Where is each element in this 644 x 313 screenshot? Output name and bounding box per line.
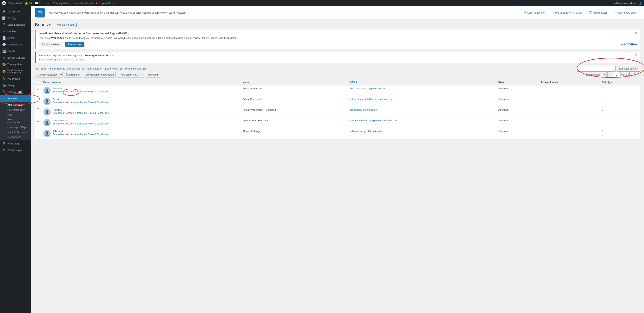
delete-link-ahmad[interactable]: Löschen bbox=[65, 122, 74, 125]
sidebar-item-beitraege[interactable]: 📝 Beiträge bbox=[0, 15, 31, 21]
sidebar-item-design[interactable]: 🎭 Design bbox=[0, 82, 31, 88]
view-link-achim1[interactable]: Anschauen bbox=[75, 112, 86, 114]
search-input[interactable] bbox=[577, 66, 616, 72]
page-first-button[interactable]: « bbox=[602, 72, 607, 77]
select-all-checkbox[interactable] bbox=[37, 80, 40, 83]
new-content[interactable]: + Neu bbox=[44, 2, 50, 5]
review-now-button[interactable]: Review now bbox=[65, 42, 84, 47]
roles-link-abouzar[interactable]: Roles & Capabilities bbox=[88, 90, 108, 93]
page-number-input[interactable] bbox=[613, 72, 621, 77]
edit-link-albrecht[interactable]: Bearbeiten bbox=[52, 133, 64, 136]
sidebar-item-seiten[interactable]: 📄 Seiten bbox=[0, 34, 31, 41]
sidebar-item-werkzeuge[interactable]: 🛠 Werkzeuge bbox=[0, 140, 31, 147]
search-button[interactable]: Benutzer suchen bbox=[617, 66, 640, 72]
filter-administrator[interactable]: Administrator (2) bbox=[48, 67, 66, 70]
roles-link-ahmad[interactable]: Roles & Capabilities bbox=[88, 122, 108, 125]
filter-nicht-exportiert[interactable]: Nicht exportiert (258) bbox=[124, 67, 147, 70]
roles-link-albrecht[interactable]: Roles & Capabilities bbox=[88, 133, 108, 136]
email-sort-link[interactable]: E-Mail bbox=[350, 81, 357, 84]
submenu-roles-capabilities[interactable]: Roles & Capabilities bbox=[0, 117, 31, 125]
email-link-ahmad[interactable]: ahmadshah.hessami@rewe-kaufleute.com bbox=[350, 119, 398, 122]
delete-link-achim[interactable]: Löschen bbox=[65, 101, 74, 104]
updraftplus[interactable]: UpdraftPlus bbox=[100, 2, 114, 5]
email-link-albrecht[interactable]: nahkauf-stenger@t-online.de bbox=[350, 130, 382, 132]
sidebar-item-wb-plugins[interactable]: 🔧 WB Plugins bbox=[0, 75, 31, 82]
username-header[interactable]: Benutzername bbox=[41, 79, 241, 86]
role-change-select[interactable]: Rolle ändern in ... Abonnent Redakteur A… bbox=[117, 72, 144, 78]
row-checkbox[interactable] bbox=[37, 87, 40, 90]
export-all-button[interactable]: Alle Benutzer exportieren bbox=[84, 72, 116, 78]
sidebar-item-store-locations[interactable]: 📍 Store Locations bbox=[0, 21, 31, 28]
already-left-link[interactable]: ↺ I've already left a review bbox=[552, 11, 582, 14]
delete-link-albrecht[interactable]: Löschen bbox=[65, 133, 74, 136]
sidebar-item-builder-contact[interactable]: ✉ Builder Contact bbox=[0, 54, 31, 61]
apply-button[interactable]: Übernehmen bbox=[64, 72, 82, 78]
notifications[interactable]: 🔔 16 bbox=[25, 2, 32, 5]
themify-cache[interactable]: Themify Cache bbox=[54, 2, 70, 5]
sidebar-item-benutzer[interactable]: 👤 Benutzer bbox=[0, 95, 31, 102]
email-link-achim[interactable]: achim.blumentritt@rewe-kaufleute.com bbox=[350, 98, 394, 100]
comments-link[interactable]: 💬 0 bbox=[35, 2, 40, 5]
sidebar-item-dashboard[interactable]: ⚡ Dashboard bbox=[0, 8, 31, 15]
add-new-button[interactable]: Neu hinzufügen bbox=[55, 23, 77, 27]
submenu-profil[interactable]: Profil bbox=[0, 112, 31, 117]
view-link-achim[interactable]: Anschauen bbox=[75, 101, 86, 104]
edit-link-achim1[interactable]: Bearbeiten bbox=[52, 112, 64, 114]
theme-notice-close[interactable]: ✕ bbox=[635, 53, 638, 57]
submenu-alle-benutzer[interactable]: Alle Benutzer bbox=[0, 102, 31, 108]
filter-abonnent[interactable]: Abonnent (254) bbox=[86, 67, 103, 70]
maybe-later-link[interactable]: 📅 Maybe Later bbox=[589, 11, 607, 14]
username-link-abouzar[interactable]: Abouzar bbox=[52, 87, 109, 90]
webtoffee-notice-close[interactable]: ✕ bbox=[635, 31, 638, 34]
delete-link-abouzar[interactable]: Löschen bbox=[65, 90, 74, 93]
username-link-achim1[interactable]: Achim1 bbox=[52, 108, 109, 111]
username-link-achim[interactable]: Achim bbox=[52, 98, 109, 100]
wp-logo[interactable]: W bbox=[2, 1, 6, 5]
filter-redakteur[interactable]: Redakteur (1) bbox=[68, 67, 84, 70]
username-link-albrecht[interactable]: Albrecht bbox=[52, 130, 109, 132]
submenu-user-access[interactable]: User Access bbox=[0, 134, 31, 140]
sidebar-item-medien[interactable]: 🖼 Medien bbox=[0, 28, 31, 34]
page-next-button[interactable]: › bbox=[630, 72, 634, 77]
view-link-abouzar[interactable]: Anschauen bbox=[75, 90, 86, 93]
row-checkbox[interactable] bbox=[37, 119, 40, 122]
sidebar-item-webtoffee[interactable]: 📦 WebToffee Import Export (Basic) bbox=[0, 68, 31, 75]
switch-button[interactable]: Wechseln bbox=[146, 72, 160, 78]
username-sort-link[interactable]: Benutzername bbox=[43, 81, 61, 84]
email-header[interactable]: E-Mail bbox=[348, 79, 496, 86]
sidebar-item-themify-ultra[interactable]: 🎨 Themify Ultra bbox=[0, 61, 31, 68]
filter-keine-rolle[interactable]: Keine Rolle (1) bbox=[105, 67, 122, 70]
page-last-button[interactable]: » bbox=[635, 72, 640, 77]
edit-link-ahmad[interactable]: Bearbeiten bbox=[52, 122, 64, 125]
view-link-albrecht[interactable]: Anschauen bbox=[75, 133, 86, 136]
underconstruction[interactable]: UnderConstruction bbox=[73, 2, 97, 5]
never-show-link[interactable]: ✕ Never show again bbox=[614, 11, 637, 14]
roles-link-achim[interactable]: Roles & Capabilities bbox=[88, 101, 108, 104]
sidebar-item-events[interactable]: 📅 Events bbox=[0, 48, 31, 54]
filter-alle[interactable]: Alle (258) bbox=[35, 67, 46, 70]
dismiss-notice-link[interactable]: Dismiss this notice bbox=[65, 58, 86, 61]
row-checkbox[interactable] bbox=[37, 98, 40, 100]
admin-avatar[interactable]: 👤 bbox=[639, 2, 642, 5]
bulk-actions-select[interactable]: Mehrfachaktionen Löschen bbox=[35, 72, 62, 78]
email-link-abouzar[interactable]: Abouzar.Mansouri@nahkauf.de bbox=[350, 87, 385, 90]
sure-love-link[interactable]: 🔗 Sure! I'd love to! bbox=[524, 11, 546, 14]
page-prev-button[interactable]: ‹ bbox=[607, 72, 612, 77]
view-link-ahmad[interactable]: Anschauen bbox=[75, 122, 86, 125]
remind-later-button[interactable]: Remind me later bbox=[39, 42, 63, 47]
username-link-ahmad[interactable]: Ahmad-Shah bbox=[52, 119, 109, 122]
sidebar-item-kommentare[interactable]: 💬 Kommentare bbox=[0, 41, 31, 48]
submenu-user-import-export[interactable]: User Import Export bbox=[0, 125, 31, 130]
sidebar-item-plugins[interactable]: 🔌 Plugins 11 bbox=[0, 88, 31, 95]
edit-link-achim[interactable]: Bearbeiten bbox=[52, 101, 64, 104]
submenu-neu-hinzufuegen[interactable]: Neu hinzufügen bbox=[0, 108, 31, 112]
sidebar-item-einstellungen[interactable]: ⚙ Einstellungen bbox=[0, 147, 31, 154]
edit-link-abouzar[interactable]: Bearbeiten bbox=[52, 90, 64, 93]
roles-link-achim1[interactable]: Roles & Capabilities bbox=[88, 112, 108, 114]
begin-installing-link[interactable]: Begin installing plugin bbox=[39, 58, 63, 61]
submenu-multiple-accounts[interactable]: Multiple Accounts bbox=[0, 130, 31, 134]
delete-link-achim1[interactable]: Löschen bbox=[65, 112, 74, 114]
row-checkbox[interactable] bbox=[37, 108, 40, 111]
site-name[interactable]: Rewe West bbox=[9, 2, 22, 5]
row-checkbox[interactable] bbox=[37, 130, 40, 132]
